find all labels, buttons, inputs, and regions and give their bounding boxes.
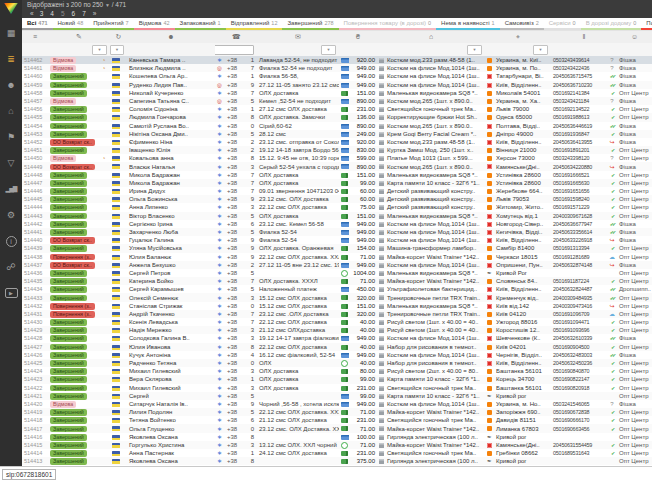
table-row[interactable]: 514449DO Возврат ск..Власюк Наталья∗+383… [22, 162, 652, 170]
missed-call-icon[interactable]: ◎ [217, 82, 222, 88]
call-icon[interactable]: ∗ [217, 286, 222, 292]
call-icon[interactable]: ∗ [217, 180, 222, 186]
table-row[interactable]: 514434ЗавершенийСергей Карамышев∗+385Нал… [22, 285, 652, 293]
column-header-tracking[interactable]: ‖ [551, 31, 617, 43]
column-header-id[interactable]: ≡ [22, 31, 48, 43]
call-icon[interactable]: ∗ [217, 311, 222, 317]
sidebar-item-price-tag[interactable]: ⚑ [0, 124, 22, 150]
table-row[interactable]: 514426ЗавершенийКучук Антоніна∗+38416.12… [22, 351, 652, 359]
table-row[interactable]: 514424ЗавершенийМихаил Гилевский∗+383ОЛХ… [22, 367, 652, 375]
call-icon[interactable]: ∗ [217, 360, 222, 366]
call-icon[interactable]: ∗ [217, 327, 222, 333]
tab-return-transit[interactable]: Повернення товару (в дорозі)0 [339, 18, 437, 30]
address-filter-dropdown[interactable]: ▼ [533, 45, 548, 55]
sidebar-item-video-tutorials[interactable]: ▶ [0, 280, 22, 306]
call-icon[interactable]: ∗ [217, 458, 222, 464]
call-icon[interactable]: ∗ [217, 278, 222, 284]
call-icon[interactable]: ∗ [217, 204, 222, 210]
column-header-manager[interactable]: ☺ [617, 31, 652, 43]
tab-packed[interactable]: Запакований1 [175, 18, 226, 30]
call-icon[interactable]: ∗ [217, 319, 222, 325]
call-icon[interactable]: ∗ [217, 172, 222, 178]
tab-pickup[interactable]: Самовивіз2 [500, 18, 544, 30]
call-icon[interactable]: ∗ [217, 450, 222, 456]
call-icon[interactable]: ∗ [217, 393, 222, 399]
tab-returns[interactable]: Пов [641, 18, 652, 30]
call-icon[interactable]: ∗ [217, 335, 222, 341]
table-row[interactable]: 514440DO Возврат ск..Гуцалюк Галина∗+389… [22, 236, 652, 244]
table-row[interactable]: 514447ЗавершенийМикола Бадражан∗+387ОЛХ … [22, 179, 652, 187]
call-icon[interactable]: ∗ [217, 155, 222, 161]
pager-page-4[interactable]: 4 [50, 9, 54, 18]
call-icon[interactable]: ∗ [217, 90, 222, 96]
call-icon[interactable]: ∗ [217, 417, 222, 423]
table-row[interactable]: 514425ЗавершенийРадченко Тетяна∗+380ОЛХ4… [22, 359, 652, 367]
tab-out-of-stock[interactable]: Нема в наявності1 [436, 18, 500, 30]
table-row[interactable]: 514455ЗавершенийЛюдмила Гончарова∗+388ОЛ… [22, 113, 652, 121]
table-row[interactable]: 514421ЗавершенийСергей∗+38599.00Карта па… [22, 392, 652, 400]
source-filter-dropdown[interactable]: ▼ [110, 45, 124, 55]
table-row[interactable]: 514435ЗавершенийКатерина Бойко∗+387ОЛХ д… [22, 277, 652, 285]
table-row[interactable]: 514414ЗавершенийАнна Пастернак∗+38124.12… [22, 449, 652, 457]
table-row[interactable]: 514437DO Возврат ск..Анжела Безушко∗+382… [22, 261, 652, 269]
table-row[interactable]: 514459ЗавершенийРуденко Лидия Пав..◎+389… [22, 81, 652, 89]
table-row[interactable]: 514458ЗавершенийНиколай Кучеренко∗+387ОЛ… [22, 89, 652, 97]
pager-page-6[interactable]: 6 [72, 9, 76, 18]
table-row[interactable]: 514460ЗавершенийКошелева Ольга Ар..∗+381… [22, 72, 652, 80]
column-header-comment[interactable]: ✉ [257, 31, 339, 43]
table-row[interactable]: 514429ЗавершенийНадія Мережко∗+38321.12 … [22, 326, 652, 334]
table-row[interactable]: 514442ЗавершенийСергієнко Ірина∗+38623.1… [22, 220, 652, 228]
table-row[interactable]: 514436ЗавершенийСергей Петров∗+3851004.0… [22, 269, 652, 277]
table-row[interactable]: 514418ЗавершенийТетяна Войтенко∗+38621.1… [22, 416, 652, 424]
tab-accepted[interactable]: Прийнятий7 [88, 18, 133, 30]
call-icon[interactable]: ∗ [217, 229, 222, 235]
table-row[interactable]: 514462Відмова◔Каневська Тамара ..∗+381Ла… [22, 56, 652, 64]
table-row[interactable]: 514419ЗавершенийЛилия Подолян∗+38522.12 … [22, 408, 652, 416]
tab-services[interactable]: Сервіси0 [544, 18, 581, 30]
table-row[interactable]: 514448ЗавершенийМикола Бадражан∗+387ОЛХ … [22, 171, 652, 179]
table-row[interactable]: 514456ЗавершенийСоломія Сідоніна∗+38127.… [22, 105, 652, 113]
call-icon[interactable]: ∗ [217, 164, 222, 170]
table-row[interactable]: 514417ЗавершенийОльга Глущенко∗+38023.12… [22, 424, 652, 432]
table-row[interactable]: 514430ЗавершенийКсенія Левадська∗+38722.… [22, 318, 652, 326]
call-icon[interactable]: ∗ [217, 303, 222, 309]
sidebar-item-partners[interactable]: ☍ [0, 254, 22, 280]
pager-first-button[interactable]: « [30, 9, 33, 18]
table-row[interactable]: 514413ЗавершенийЯковлева Оксана∗+388375.… [22, 457, 652, 465]
pager-last-button[interactable]: » [93, 9, 96, 18]
call-icon[interactable]: ∗ [217, 270, 222, 276]
sidebar-item-info[interactable]: i [0, 228, 22, 254]
table-row[interactable]: 514422ЗавершенийМихаил Гилевский∗+383ОЛХ… [22, 384, 652, 392]
tab-refused[interactable]: Відмова42 [134, 18, 175, 30]
call-icon[interactable]: ∗ [217, 221, 222, 227]
table-row[interactable]: 514445ЗавершенийОльга Божинська∗+38923.1… [22, 195, 652, 203]
tab-on-way-home[interactable]: В дорозі додому0 [581, 18, 642, 30]
table-row[interactable]: 514441ЗавершенийЗахарченко Люба∗+385Фиал… [22, 228, 652, 236]
tab-shipped[interactable]: Відправлений12 [226, 18, 283, 30]
sidebar-item-settings[interactable]: ⚙ [0, 202, 22, 228]
call-icon[interactable]: ∗ [217, 442, 222, 448]
sidebar-item-dashboard[interactable]: ▦ [0, 20, 22, 46]
products-filter-dropdown[interactable]: ▼ [467, 45, 482, 55]
sidebar-item-funnel[interactable]: ▽ [0, 150, 22, 176]
call-icon[interactable]: ∗ [217, 368, 222, 374]
sidebar-item-clients[interactable]: ☻ [0, 72, 22, 98]
column-header-client[interactable]: ☻ [127, 31, 215, 43]
table-row[interactable]: 514432Повернення (з..Станіслав Стрижак∗+… [22, 302, 652, 310]
call-icon[interactable]: ∗ [217, 426, 222, 432]
column-header-phone[interactable]: ☎ [215, 31, 257, 43]
missed-call-icon[interactable]: ◎ [217, 65, 222, 71]
call-icon[interactable]: ∗ [217, 245, 222, 251]
call-icon[interactable]: ∗ [217, 131, 222, 137]
table-row[interactable]: 514461Відмова◔Близнюк Людмила ..◎+387Фиа… [22, 64, 652, 72]
pager-page-3[interactable]: 3 [40, 9, 44, 18]
table-row[interactable]: 514439ЗавершенийУляна Мусійовська∗+389ОЛ… [22, 244, 652, 252]
table-row[interactable]: 514457ВідмоваСапегина Татьяна С..◎+385Ке… [22, 97, 652, 105]
table-row[interactable]: 514427ЗавершенийЮлия Иванова∗+38822.12 с… [22, 343, 652, 351]
column-header-payment[interactable]: ₴ [339, 31, 377, 43]
table-row[interactable]: 514450Відмова◔Ковальова анна∗+38815.12. … [22, 154, 652, 162]
call-icon[interactable]: ∗ [217, 139, 222, 145]
table-row[interactable]: 514454ЗавершенийСамотій Руслана Во..∗+38… [22, 122, 652, 130]
tab-done[interactable]: Завершений278 [282, 18, 338, 30]
table-row[interactable]: 514416ЗавершенийЯковлева Оксана∗+388100.… [22, 433, 652, 441]
